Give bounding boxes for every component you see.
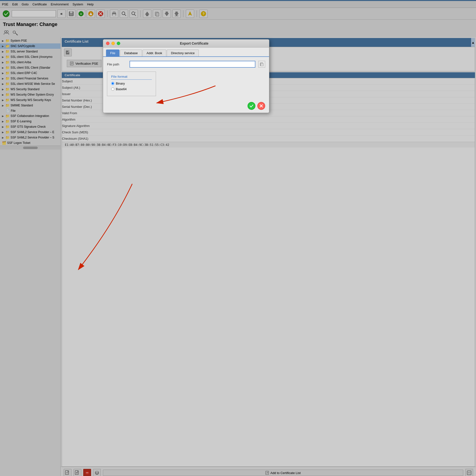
dialog-minimize-button[interactable] [111,42,115,45]
file-format-section: File format Binary Base64 [107,72,156,96]
tab-database[interactable]: Database [120,50,142,56]
svg-rect-61 [261,63,263,66]
dialog-buttons [103,100,269,113]
tab-addr-book[interactable]: Addr. Book [142,50,167,56]
file-format-title: File format [111,75,152,80]
tab-file[interactable]: File [106,50,119,56]
dialog-ok-button[interactable] [248,102,255,110]
file-path-input[interactable] [130,61,255,68]
file-path-copy-button[interactable] [258,61,265,68]
base64-label: Base64 [116,87,127,91]
dialog-close-button[interactable] [106,42,109,45]
dialog-cancel-button[interactable] [257,102,265,110]
file-path-field: File path [107,61,265,68]
export-dialog: Export Certificate File Database Addr. B… [103,39,269,113]
file-path-label: File path [107,62,127,66]
tab-directory-service[interactable]: Directory service [167,50,199,56]
base64-radio[interactable] [111,88,114,91]
base64-option[interactable]: Base64 [111,87,152,91]
binary-label: Binary [116,82,125,85]
dialog-title: Export Certificate [122,41,266,45]
dialog-tabs: File Database Addr. Book Directory servi… [103,48,269,57]
dialog-titlebar: Export Certificate [103,39,269,48]
dialog-maximize-button[interactable] [117,42,120,45]
binary-option[interactable]: Binary [111,82,152,85]
dialog-content: File path File format Binary Base64 [103,57,269,100]
binary-radio[interactable] [111,82,114,85]
